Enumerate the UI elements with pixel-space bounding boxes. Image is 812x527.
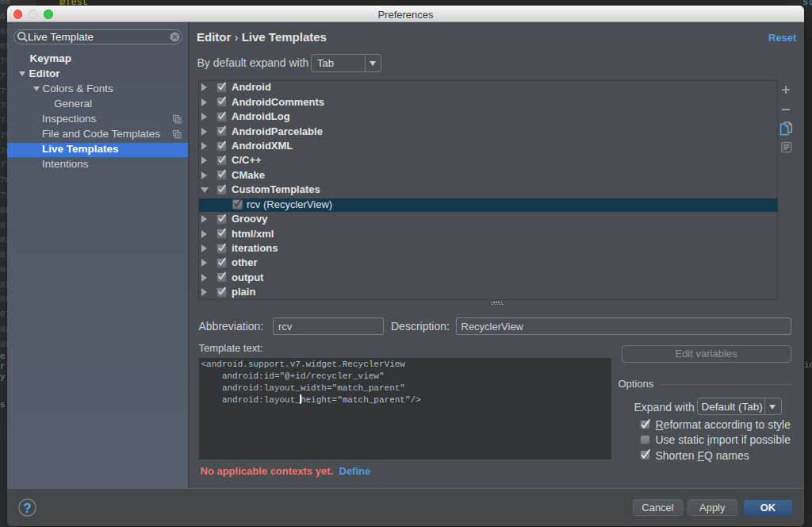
svg-text:?: ? (24, 501, 32, 516)
